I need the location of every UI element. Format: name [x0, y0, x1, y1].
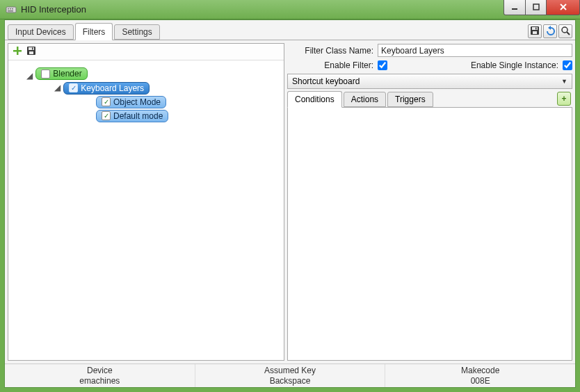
add-node-button[interactable] [13, 46, 22, 58]
body-row: ◢ Blender ◢ ✓ Keyboard Layer [5, 40, 575, 364]
svg-rect-3 [12, 8, 13, 10]
subtab-triggers[interactable]: Triggers [387, 92, 433, 107]
subtab-conditions[interactable]: Conditions [287, 91, 342, 108]
save-tree-button[interactable] [26, 46, 36, 58]
undo-icon [545, 26, 555, 38]
search-button[interactable] [558, 24, 572, 38]
checkbox-icon[interactable]: ✓ [69, 83, 78, 92]
undo-button[interactable] [543, 24, 557, 38]
tab-settings[interactable]: Settings [114, 24, 159, 40]
status-value: 008E [471, 376, 490, 386]
svg-line-15 [567, 32, 570, 35]
window: HID Interception Input Devices Filters S… [0, 0, 580, 392]
expand-toggle[interactable]: ◢ [53, 83, 61, 92]
svg-rect-19 [29, 47, 34, 50]
svg-rect-5 [512, 8, 517, 10]
tabstrip-tools [528, 24, 572, 40]
tree-node-label: Object Mode [113, 97, 161, 107]
search-icon [561, 26, 570, 38]
titlebar[interactable]: HID Interception [0, 0, 580, 19]
status-value: emachines [79, 376, 120, 386]
tree-toolbar [8, 44, 284, 60]
checkbox-icon[interactable]: ✓ [102, 111, 111, 120]
subtab-actions[interactable]: Actions [344, 92, 386, 107]
status-device: Device emachines [5, 364, 195, 387]
tree-node-object-mode[interactable]: ✓ Object Mode [96, 96, 166, 108]
close-button[interactable] [547, 0, 580, 15]
status-makecode: Makecode 008E [385, 364, 575, 387]
statusbar: Device emachines Assumed Key Backspace M… [5, 364, 575, 387]
tab-label: Filters [83, 27, 106, 37]
svg-rect-12 [535, 27, 537, 29]
svg-rect-0 [6, 7, 16, 13]
filter-class-name-label: Filter Class Name: [287, 46, 378, 56]
tree-node-label: Blender [53, 69, 81, 79]
minimize-button[interactable] [504, 0, 526, 15]
tree-node-keyboard-layers[interactable]: ✓ Keyboard Layers [63, 82, 150, 95]
status-value: Backspace [270, 376, 311, 386]
main-tabstrip: Input Devices Filters Settings [5, 20, 575, 40]
tab-label: Settings [122, 27, 152, 37]
tree-node-label: Default mode [113, 111, 163, 121]
checkbox-icon[interactable] [41, 70, 50, 79]
tree-node-default-mode[interactable]: ✓ Default mode [96, 110, 168, 122]
add-item-button[interactable]: + [557, 92, 571, 106]
filters-tree[interactable]: ◢ Blender ◢ ✓ Keyboard Layer [8, 60, 284, 360]
subtabs: Conditions Actions Triggers + [287, 90, 572, 108]
tab-input-devices[interactable]: Input Devices [8, 24, 74, 40]
svg-marker-13 [548, 26, 551, 30]
tab-label: Input Devices [15, 27, 66, 37]
chevron-down-icon: ▼ [561, 78, 567, 85]
subtab-label: Conditions [295, 95, 335, 104]
checkbox-icon[interactable]: ✓ [102, 97, 111, 106]
status-label: Device [87, 366, 113, 376]
svg-rect-1 [8, 8, 9, 10]
window-title: HID Interception [21, 4, 504, 15]
svg-rect-10 [532, 27, 538, 30]
svg-point-14 [562, 27, 567, 33]
svg-rect-2 [10, 8, 11, 10]
status-assumed-key: Assumed Key Backspace [195, 364, 385, 387]
subtab-content[interactable] [287, 108, 572, 361]
enable-single-instance-checkbox[interactable] [563, 60, 572, 70]
svg-rect-20 [29, 51, 33, 54]
tree-node-blender[interactable]: Blender [35, 67, 87, 80]
status-label: Assumed Key [264, 366, 316, 376]
plus-icon: + [561, 94, 566, 104]
tree-pane: ◢ Blender ◢ ✓ Keyboard Layer [8, 43, 284, 361]
tab-filters[interactable]: Filters [75, 23, 113, 40]
enable-flags-row: Enable Filter: Enable Single Instance: [287, 58, 572, 72]
svg-rect-17 [13, 50, 22, 52]
filter-class-name-row: Filter Class Name: [287, 43, 572, 58]
dropdown-value: Shortcut keyboard [292, 76, 360, 86]
enable-single-instance-label: Enable Single Instance: [471, 60, 563, 70]
filter-class-name-input[interactable] [378, 44, 572, 57]
save-icon [530, 26, 540, 38]
svg-rect-6 [533, 4, 539, 10]
app-icon [6, 4, 17, 15]
status-label: Makecode [461, 366, 499, 376]
subtab-label: Triggers [395, 95, 426, 104]
svg-rect-21 [32, 48, 33, 50]
svg-rect-11 [533, 31, 537, 34]
expand-toggle[interactable]: ◢ [25, 71, 33, 81]
svg-rect-4 [8, 10, 13, 12]
maximize-button[interactable] [526, 0, 547, 15]
enable-filter-label: Enable Filter: [287, 60, 378, 70]
details-pane: Filter Class Name: Enable Filter: Enable… [287, 43, 572, 361]
client-area: Input Devices Filters Settings ◢ [4, 19, 576, 388]
subtab-label: Actions [351, 95, 378, 104]
enable-filter-checkbox[interactable] [378, 60, 387, 70]
tree-node-label: Keyboard Layers [81, 83, 144, 93]
filter-type-dropdown[interactable]: Shortcut keyboard ▼ [287, 74, 572, 89]
window-controls [504, 0, 580, 15]
save-button[interactable] [528, 24, 542, 38]
